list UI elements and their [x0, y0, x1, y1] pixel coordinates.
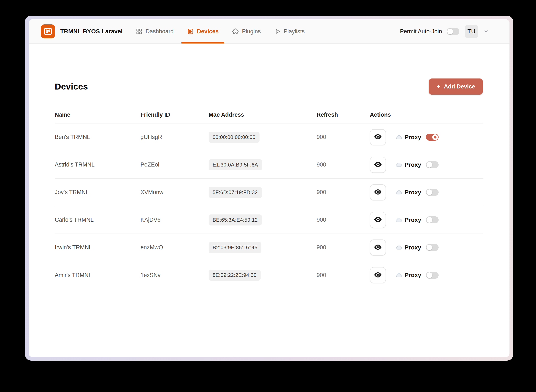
table-row: Ben's TRMNL gUHsgR 00:00:00:00:00:00 900 — [55, 123, 483, 151]
device-friendly-id: 1exSNv — [141, 272, 209, 279]
table-row: Joy's TRMNL XVMonw 5F:6D:07:19:FD:32 900 — [55, 179, 483, 206]
nav-item-dashboard[interactable]: Dashboard — [136, 19, 174, 43]
device-friendly-id: gUHsgR — [141, 134, 209, 140]
mac-address-chip: E1:30:0A:B9:5F:6A — [209, 159, 262, 170]
eye-icon — [374, 215, 382, 224]
app-header: TRMNL BYOS Laravel Dashboard — [29, 19, 509, 44]
proxy-toggle[interactable] — [426, 134, 439, 141]
eye-icon — [374, 271, 382, 280]
device-actions: Proxy — [370, 129, 483, 145]
devices-table: Name Friendly ID Mac Address Refresh Act… — [55, 95, 483, 289]
dashboard-grid-icon — [136, 28, 143, 35]
device-friendly-id: enzMwQ — [141, 244, 209, 251]
add-device-label: Add Device — [444, 83, 475, 90]
primary-nav: Dashboard Devices — [136, 19, 305, 43]
device-actions: Proxy — [370, 184, 483, 201]
proxy-toggle[interactable] — [426, 161, 439, 168]
toggle-knob — [447, 29, 453, 34]
cloud-icon — [395, 216, 403, 224]
nav-label: Devices — [197, 28, 219, 35]
devices-list-icon — [187, 28, 194, 35]
proxy-toggle[interactable] — [426, 216, 439, 223]
playlists-play-icon — [274, 28, 281, 35]
table-row: Irwin's TRMNL enzMwQ B2:03:9E:85:D7:45 9… — [55, 234, 483, 261]
view-device-button[interactable] — [370, 184, 386, 201]
permit-auto-join-label: Permit Auto-Join — [400, 28, 442, 35]
table-row: Carlo's TRMNL KAjDV6 BE:65:3A:E4:59:12 9… — [55, 206, 483, 234]
chevron-down-icon[interactable] — [483, 28, 489, 34]
table-body: Ben's TRMNL gUHsgR 00:00:00:00:00:00 900 — [55, 123, 483, 289]
toggle-knob — [427, 217, 432, 223]
proxy-label: Proxy — [405, 217, 421, 223]
device-refresh-value: 900 — [317, 217, 370, 223]
window-frame: TRMNL BYOS Laravel Dashboard — [25, 16, 513, 361]
cloud-icon — [395, 134, 403, 141]
view-device-button[interactable] — [370, 267, 386, 283]
header-right-cluster: Permit Auto-Join TU — [400, 25, 489, 38]
device-actions: Proxy — [370, 157, 483, 173]
device-refresh-value: 900 — [317, 272, 370, 279]
nav-item-devices[interactable]: Devices — [187, 19, 219, 43]
table-row: Amir's TRMNL 1exSNv 8E:09:22:2E:94:30 90… — [55, 261, 483, 289]
proxy-toggle[interactable] — [426, 244, 439, 251]
eye-icon — [374, 133, 382, 142]
user-avatar[interactable]: TU — [465, 25, 478, 38]
plus-icon: + — [437, 83, 441, 90]
mac-address-chip: 8E:09:22:2E:94:30 — [209, 270, 261, 281]
nav-label: Dashboard — [146, 28, 174, 35]
column-header-mac-address: Mac Address — [209, 112, 317, 118]
device-refresh-value: 900 — [317, 189, 370, 196]
view-device-button[interactable] — [370, 129, 386, 145]
mac-address-chip: BE:65:3A:E4:59:12 — [209, 215, 262, 225]
proxy-label: Proxy — [405, 244, 421, 251]
device-name: Irwin's TRMNL — [55, 244, 141, 251]
column-header-friendly-id: Friendly ID — [141, 112, 209, 118]
eye-icon — [374, 243, 382, 252]
add-device-button[interactable]: + Add Device — [429, 79, 483, 95]
trmnl-logo-icon — [41, 24, 55, 38]
device-name: Joy's TRMNL — [55, 189, 141, 196]
page-head: Devices + Add Device — [55, 79, 483, 95]
nav-label: Plugins — [242, 28, 261, 35]
page-title: Devices — [55, 82, 88, 92]
device-actions: Proxy — [370, 212, 483, 228]
view-device-button[interactable] — [370, 157, 386, 173]
device-name: Ben's TRMNL — [55, 134, 141, 140]
device-name: Astrid's TRMNL — [55, 161, 141, 168]
mac-address-chip: 5F:6D:07:19:FD:32 — [209, 187, 262, 198]
proxy-toggle[interactable] — [426, 272, 439, 279]
active-tab-underline — [181, 42, 224, 43]
eye-icon — [374, 188, 382, 197]
toggle-knob — [427, 272, 432, 278]
proxy-label: Proxy — [405, 272, 421, 279]
cloud-icon — [395, 161, 403, 168]
device-refresh-value: 900 — [317, 244, 370, 251]
toggle-knob — [427, 245, 432, 250]
eye-icon — [374, 160, 382, 169]
permit-auto-join-toggle[interactable] — [447, 28, 459, 35]
nav-item-playlists[interactable]: Playlists — [274, 19, 305, 43]
toggle-knob — [427, 189, 432, 195]
device-friendly-id: KAjDV6 — [141, 217, 209, 223]
cloud-icon — [395, 271, 403, 279]
column-header-refresh: Refresh — [317, 112, 370, 118]
device-refresh-value: 900 — [317, 134, 370, 140]
app-title: TRMNL BYOS Laravel — [60, 28, 123, 35]
cloud-icon — [395, 244, 403, 251]
app-window: TRMNL BYOS Laravel Dashboard — [29, 19, 509, 357]
view-device-button[interactable] — [370, 212, 386, 228]
mac-address-chip: 00:00:00:00:00:00 — [209, 132, 259, 143]
column-header-actions: Actions — [370, 112, 483, 118]
device-friendly-id: PeZEol — [141, 161, 209, 168]
device-actions: Proxy — [370, 239, 483, 256]
device-actions: Proxy — [370, 267, 483, 283]
nav-item-plugins[interactable]: Plugins — [232, 19, 261, 43]
proxy-label: Proxy — [405, 189, 421, 196]
table-row: Astrid's TRMNL PeZEol E1:30:0A:B9:5F:6A … — [55, 151, 483, 179]
device-refresh-value: 900 — [317, 161, 370, 168]
view-device-button[interactable] — [370, 239, 386, 256]
nav-label: Playlists — [284, 28, 305, 35]
proxy-toggle[interactable] — [426, 189, 439, 196]
proxy-label: Proxy — [405, 134, 421, 141]
device-friendly-id: XVMonw — [141, 189, 209, 196]
